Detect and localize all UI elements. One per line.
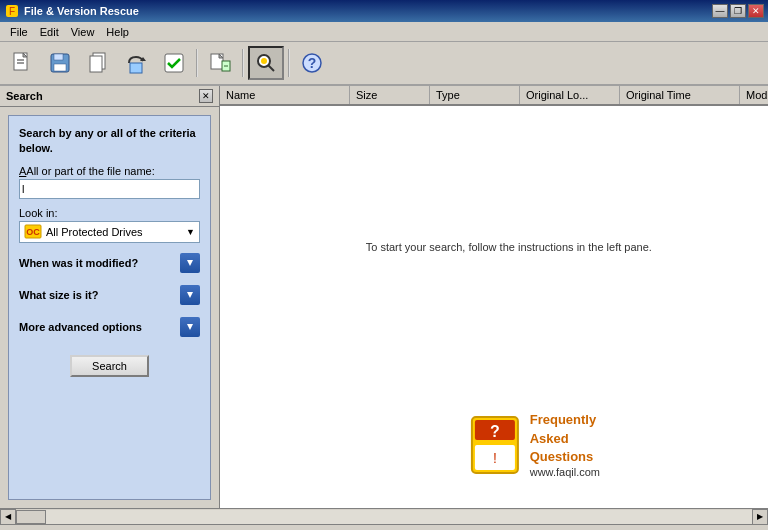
search-description: Search by any or all of the criteria bel… [19,126,200,157]
panel-close-button[interactable]: ✕ [199,89,213,103]
scroll-track[interactable] [16,510,752,524]
app-icon: F [4,3,20,19]
col-name-header[interactable]: Name [220,86,350,104]
status-bar: Ready [0,524,768,530]
when-modified-label: When was it modified? [19,257,138,269]
menu-file[interactable]: File [4,24,34,40]
svg-marker-25 [187,260,193,266]
close-button[interactable]: ✕ [748,4,764,18]
toolbar-separator [196,49,198,77]
title-bar: F File & Version Rescue — ❐ ✕ [0,0,768,22]
toolbar-separator-3 [288,49,290,77]
search-toolbar-button[interactable] [248,46,284,80]
toolbar: ? [0,42,768,86]
faq-title: Frequently Asked Questions [530,411,600,466]
what-size-label: What size is it? [19,289,98,301]
look-in-value: All Protected Drives [46,226,186,238]
svg-point-20 [261,58,267,64]
scroll-thumb[interactable] [16,510,46,524]
svg-marker-26 [187,292,193,298]
maximize-button[interactable]: ❐ [730,4,746,18]
what-size-expand-icon [180,285,200,305]
advanced-options-section[interactable]: More advanced options [19,315,200,339]
look-in-dropdown-arrow: ▼ [186,227,195,237]
svg-text:OC: OC [26,227,40,237]
check-button[interactable] [156,46,192,80]
save-button[interactable] [42,46,78,80]
help-button[interactable]: ? [294,46,330,80]
look-in-row: OC All Protected Drives ▼ [19,221,200,243]
svg-rect-7 [54,54,63,60]
file-name-section: AAll or part of the file name: [19,165,200,199]
scroll-left-button[interactable]: ◀ [0,509,16,525]
faq-text: Frequently Asked Questions www.faqil.com [530,411,600,478]
faq-url: www.faqil.com [530,466,600,478]
menu-help[interactable]: Help [100,24,135,40]
restore-button[interactable] [118,46,154,80]
scroll-right-button[interactable]: ▶ [752,509,768,525]
svg-rect-13 [165,54,183,72]
svg-text:?: ? [308,55,317,71]
svg-text:!: ! [493,450,497,466]
search-panel-title: Search [6,90,43,102]
menu-view[interactable]: View [65,24,101,40]
window-title: File & Version Rescue [24,5,712,17]
faq-area: ? ! Frequently Asked Questions www.faqil… [470,411,600,478]
file-name-input[interactable] [19,179,200,199]
when-modified-section[interactable]: When was it modified? [19,251,200,275]
faq-icon: ? ! [470,415,520,475]
svg-text:F: F [9,6,15,17]
look-in-section: Look in: OC All Protected Drives ▼ [19,207,200,243]
look-in-drive-icon: OC [24,223,42,241]
svg-rect-8 [54,64,66,71]
column-header: Name Size Type Original Lo... Original T… [220,86,768,106]
right-panel-wrapper: Name Size Type Original Lo... Original T… [220,86,768,508]
svg-line-19 [269,66,275,72]
toolbar-separator-2 [242,49,244,77]
svg-text:?: ? [490,423,500,440]
copy-button[interactable] [80,46,116,80]
left-panel-header: Search ✕ [0,86,219,107]
minimize-button[interactable]: — [712,4,728,18]
svg-marker-27 [187,324,193,330]
col-orig-time-header[interactable]: Original Time [620,86,740,104]
search-button[interactable]: Search [70,355,149,377]
svg-rect-12 [130,63,142,73]
advanced-options-expand-icon [180,317,200,337]
col-size-header[interactable]: Size [350,86,430,104]
what-size-section[interactable]: What size is it? [19,283,200,307]
when-modified-expand-icon [180,253,200,273]
col-orig-loc-header[interactable]: Original Lo... [520,86,620,104]
col-modified-header[interactable]: Modifie... [740,86,768,104]
menu-edit[interactable]: Edit [34,24,65,40]
search-button-row: Search [19,355,200,377]
start-message: To start your search, follow the instruc… [366,241,652,253]
left-panel: Search ✕ Search by any or all of the cri… [0,86,220,508]
search-box: Search by any or all of the criteria bel… [8,115,211,500]
window-controls: — ❐ ✕ [712,4,764,18]
main-layout: Search ✕ Search by any or all of the cri… [0,86,768,508]
svg-rect-10 [90,56,102,72]
look-in-label: Look in: [19,207,200,219]
menu-bar: File Edit View Help [0,22,768,42]
export-button[interactable] [202,46,238,80]
col-type-header[interactable]: Type [430,86,520,104]
horizontal-scrollbar: ◀ ▶ [0,508,768,524]
advanced-options-label: More advanced options [19,321,142,333]
file-name-label: AAll or part of the file name: [19,165,200,177]
look-in-select[interactable]: OC All Protected Drives ▼ [19,221,200,243]
new-button[interactable] [4,46,40,80]
